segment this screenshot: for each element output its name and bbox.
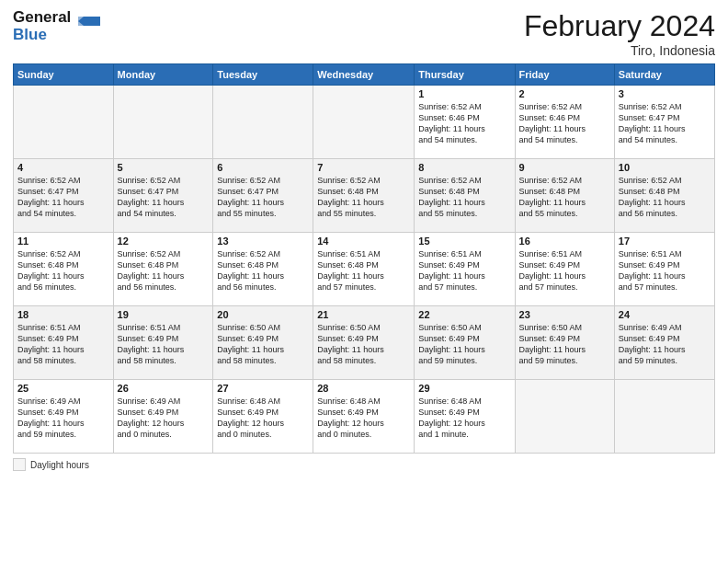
day-info: Sunrise: 6:49 AM Sunset: 6:49 PM Dayligh… [118, 396, 210, 441]
logo-text-line1: General [13, 9, 71, 27]
calendar-cell: 2Sunrise: 6:52 AM Sunset: 6:46 PM Daylig… [515, 86, 614, 159]
day-number: 8 [418, 162, 510, 173]
header-cell-tuesday: Tuesday [213, 64, 313, 86]
day-info: Sunrise: 6:52 AM Sunset: 6:47 PM Dayligh… [118, 175, 210, 220]
day-number: 6 [217, 162, 309, 173]
calendar-cell: 12Sunrise: 6:52 AM Sunset: 6:48 PM Dayli… [113, 233, 213, 306]
location: Tiro, Indonesia [524, 43, 715, 58]
day-info: Sunrise: 6:52 AM Sunset: 6:48 PM Dayligh… [118, 248, 210, 293]
daylight-label: Daylight hours [30, 460, 89, 470]
day-number: 20 [217, 309, 309, 320]
day-number: 13 [217, 236, 309, 247]
day-number: 1 [418, 88, 510, 99]
day-number: 25 [17, 383, 109, 394]
calendar-cell [14, 86, 114, 159]
calendar-cell: 17Sunrise: 6:51 AM Sunset: 6:49 PM Dayli… [614, 233, 714, 306]
calendar-cell: 20Sunrise: 6:50 AM Sunset: 6:49 PM Dayli… [213, 306, 313, 380]
day-info: Sunrise: 6:52 AM Sunset: 6:48 PM Dayligh… [217, 248, 309, 293]
day-number: 26 [118, 383, 210, 394]
day-number: 2 [519, 88, 610, 99]
calendar-cell: 28Sunrise: 6:48 AM Sunset: 6:49 PM Dayli… [313, 380, 415, 454]
page-header: General Blue February 2024 Tiro, Indones… [13, 9, 715, 58]
day-number: 5 [118, 162, 210, 173]
logo: General Blue [13, 9, 102, 43]
calendar-cell: 10Sunrise: 6:52 AM Sunset: 6:48 PM Dayli… [614, 159, 714, 233]
calendar-cell: 6Sunrise: 6:52 AM Sunset: 6:47 PM Daylig… [213, 159, 313, 233]
calendar-cell: 14Sunrise: 6:51 AM Sunset: 6:48 PM Dayli… [313, 233, 415, 306]
day-info: Sunrise: 6:51 AM Sunset: 6:48 PM Dayligh… [317, 248, 410, 293]
day-info: Sunrise: 6:48 AM Sunset: 6:49 PM Dayligh… [317, 396, 410, 441]
day-info: Sunrise: 6:50 AM Sunset: 6:49 PM Dayligh… [317, 322, 410, 367]
daylight-box-icon [13, 458, 26, 471]
calendar-cell: 25Sunrise: 6:49 AM Sunset: 6:49 PM Dayli… [14, 380, 114, 454]
day-info: Sunrise: 6:49 AM Sunset: 6:49 PM Dayligh… [619, 322, 711, 367]
header-cell-friday: Friday [515, 64, 614, 86]
header-cell-wednesday: Wednesday [313, 64, 415, 86]
header-row: SundayMondayTuesdayWednesdayThursdayFrid… [14, 64, 715, 86]
calendar-cell: 4Sunrise: 6:52 AM Sunset: 6:47 PM Daylig… [14, 159, 114, 233]
day-number: 4 [17, 162, 109, 173]
calendar-cell: 21Sunrise: 6:50 AM Sunset: 6:49 PM Dayli… [313, 306, 415, 380]
calendar-cell [213, 86, 313, 159]
day-info: Sunrise: 6:50 AM Sunset: 6:49 PM Dayligh… [418, 322, 510, 367]
header-cell-monday: Monday [113, 64, 213, 86]
day-info: Sunrise: 6:52 AM Sunset: 6:47 PM Dayligh… [619, 101, 711, 146]
day-number: 29 [418, 383, 510, 394]
calendar-row: 18Sunrise: 6:51 AM Sunset: 6:49 PM Dayli… [14, 306, 715, 380]
day-number: 12 [118, 236, 210, 247]
day-info: Sunrise: 6:51 AM Sunset: 6:49 PM Dayligh… [619, 248, 711, 293]
calendar-body: 1Sunrise: 6:52 AM Sunset: 6:46 PM Daylig… [14, 86, 715, 454]
calendar-cell [313, 86, 415, 159]
day-info: Sunrise: 6:52 AM Sunset: 6:48 PM Dayligh… [317, 175, 410, 220]
calendar-cell: 7Sunrise: 6:52 AM Sunset: 6:48 PM Daylig… [313, 159, 415, 233]
day-number: 21 [317, 309, 410, 320]
day-number: 17 [619, 236, 711, 247]
calendar-cell: 23Sunrise: 6:50 AM Sunset: 6:49 PM Dayli… [515, 306, 614, 380]
month-title: February 2024 [524, 9, 715, 43]
title-block: February 2024 Tiro, Indonesia [524, 9, 715, 58]
calendar-cell: 5Sunrise: 6:52 AM Sunset: 6:47 PM Daylig… [113, 159, 213, 233]
day-info: Sunrise: 6:52 AM Sunset: 6:46 PM Dayligh… [519, 101, 610, 146]
day-number: 28 [317, 383, 410, 394]
calendar-row: 25Sunrise: 6:49 AM Sunset: 6:49 PM Dayli… [14, 380, 715, 454]
day-info: Sunrise: 6:52 AM Sunset: 6:48 PM Dayligh… [17, 248, 109, 293]
calendar-cell: 22Sunrise: 6:50 AM Sunset: 6:49 PM Dayli… [415, 306, 515, 380]
calendar-cell [113, 86, 213, 159]
calendar-row: 4Sunrise: 6:52 AM Sunset: 6:47 PM Daylig… [14, 159, 715, 233]
header-cell-saturday: Saturday [614, 64, 714, 86]
calendar-cell: 1Sunrise: 6:52 AM Sunset: 6:46 PM Daylig… [415, 86, 515, 159]
calendar-cell: 13Sunrise: 6:52 AM Sunset: 6:48 PM Dayli… [213, 233, 313, 306]
calendar-header: SundayMondayTuesdayWednesdayThursdayFrid… [14, 64, 715, 86]
day-number: 23 [519, 309, 610, 320]
day-info: Sunrise: 6:52 AM Sunset: 6:47 PM Dayligh… [217, 175, 309, 220]
day-number: 11 [17, 236, 109, 247]
day-info: Sunrise: 6:52 AM Sunset: 6:48 PM Dayligh… [619, 175, 711, 220]
calendar-cell: 29Sunrise: 6:48 AM Sunset: 6:49 PM Dayli… [415, 380, 515, 454]
calendar-cell: 8Sunrise: 6:52 AM Sunset: 6:48 PM Daylig… [415, 159, 515, 233]
svg-marker-1 [78, 17, 84, 26]
day-info: Sunrise: 6:48 AM Sunset: 6:49 PM Dayligh… [418, 396, 510, 441]
day-info: Sunrise: 6:48 AM Sunset: 6:49 PM Dayligh… [217, 396, 309, 441]
day-info: Sunrise: 6:51 AM Sunset: 6:49 PM Dayligh… [17, 322, 109, 367]
day-info: Sunrise: 6:50 AM Sunset: 6:49 PM Dayligh… [519, 322, 610, 367]
day-number: 9 [519, 162, 610, 173]
calendar-cell: 26Sunrise: 6:49 AM Sunset: 6:49 PM Dayli… [113, 380, 213, 454]
calendar-cell: 18Sunrise: 6:51 AM Sunset: 6:49 PM Dayli… [14, 306, 114, 380]
calendar-cell: 15Sunrise: 6:51 AM Sunset: 6:49 PM Dayli… [415, 233, 515, 306]
day-number: 10 [619, 162, 711, 173]
day-info: Sunrise: 6:52 AM Sunset: 6:47 PM Dayligh… [17, 175, 109, 220]
day-number: 3 [619, 88, 711, 99]
day-number: 27 [217, 383, 309, 394]
day-info: Sunrise: 6:51 AM Sunset: 6:49 PM Dayligh… [418, 248, 510, 293]
day-number: 18 [17, 309, 109, 320]
day-number: 22 [418, 309, 510, 320]
day-number: 24 [619, 309, 711, 320]
calendar-cell: 19Sunrise: 6:51 AM Sunset: 6:49 PM Dayli… [113, 306, 213, 380]
day-number: 14 [317, 236, 410, 247]
day-number: 16 [519, 236, 610, 247]
logo-text-line2: Blue [13, 27, 71, 44]
calendar-row: 11Sunrise: 6:52 AM Sunset: 6:48 PM Dayli… [14, 233, 715, 306]
logo-icon [74, 9, 102, 40]
day-info: Sunrise: 6:52 AM Sunset: 6:46 PM Dayligh… [418, 101, 510, 146]
calendar-cell: 11Sunrise: 6:52 AM Sunset: 6:48 PM Dayli… [14, 233, 114, 306]
